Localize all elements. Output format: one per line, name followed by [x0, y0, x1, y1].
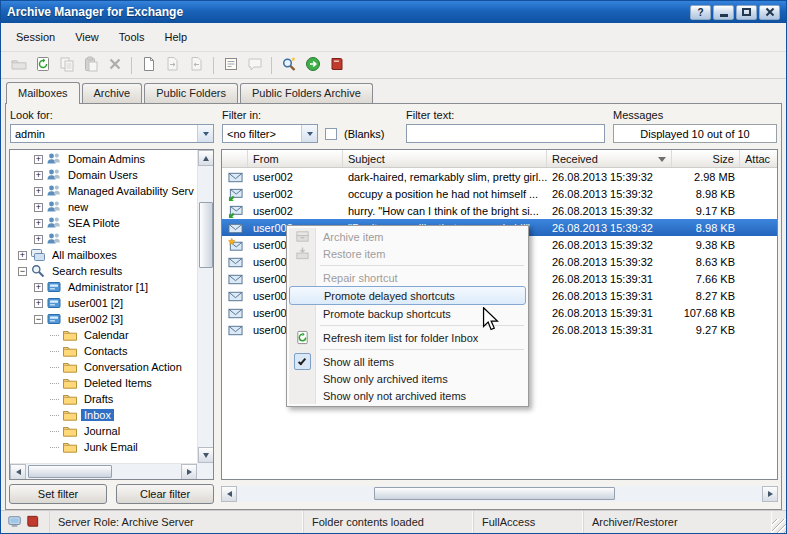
expand-toggle[interactable]: − [18, 267, 27, 276]
menu-item-promote-delayed-shortcuts[interactable]: Promote delayed shortcuts [289, 286, 526, 305]
tree-item-all-mailboxes[interactable]: +All mailboxes [10, 247, 197, 263]
scroll-left-button[interactable] [10, 464, 26, 480]
audit-log-button[interactable] [325, 54, 348, 77]
expand-toggle[interactable]: + [34, 299, 43, 308]
set-filter-button[interactable]: Set filter [9, 484, 107, 504]
expand-toggle[interactable]: + [34, 155, 43, 164]
tree-item-sea-pilote[interactable]: +SEA Pilote [10, 215, 197, 231]
menu-help[interactable]: Help [154, 27, 197, 47]
menu-item-show-only-archived-items[interactable]: Show only archived items [289, 370, 526, 387]
look-for-combobox[interactable]: admin [10, 124, 214, 143]
message-row[interactable]: user002dark-haired, remarkably slim, pre… [222, 168, 777, 185]
menu-tools[interactable]: Tools [109, 27, 155, 47]
refresh-mailboxes-button[interactable] [31, 54, 54, 77]
help-button[interactable]: ? [690, 5, 711, 20]
tree-item-inbox[interactable]: Inbox [10, 407, 197, 423]
message-row[interactable]: user002hurry. "How can I think of the br… [222, 202, 777, 219]
scroll-right-button[interactable] [181, 464, 197, 480]
expand-toggle[interactable]: − [34, 315, 43, 324]
tree-item-contacts[interactable]: Contacts [10, 343, 197, 359]
tree-item-domain-users[interactable]: +Domain Users [10, 167, 197, 183]
tree-item-label: Administrator [1] [65, 281, 151, 293]
restore-selected-button[interactable] [185, 54, 208, 77]
tree-item-user002-3[interactable]: −user002 [3] [10, 311, 197, 327]
tree-item-new[interactable]: +new [10, 199, 197, 215]
menu-item-restore-item[interactable]: Restore item [289, 245, 526, 262]
tree-item-deleted-items[interactable]: Deleted Items [10, 375, 197, 391]
message-row[interactable]: user002occupy a position he had not hims… [222, 185, 777, 202]
tree-hscroll-thumb[interactable] [28, 465, 112, 478]
menu-session[interactable]: Session [6, 27, 65, 47]
column-header-icons[interactable] [222, 150, 248, 167]
column-header-subject[interactable]: Subject [343, 150, 547, 167]
tree-item-search-results[interactable]: −Search results [10, 263, 197, 279]
tree-hscroll-track[interactable] [26, 464, 181, 479]
tab-mailboxes[interactable]: Mailboxes [6, 82, 80, 104]
scroll-down-button[interactable] [198, 447, 214, 463]
tree-item-junk-email[interactable]: Junk Email [10, 439, 197, 455]
archive-selected-button[interactable] [161, 54, 184, 77]
menu-item-show-only-not-archived-items[interactable]: Show only not archived items [289, 387, 526, 404]
folder-tree-panel: +Domain Admins+Domain Users+Managed Avai… [9, 149, 214, 480]
clear-filter-button[interactable]: Clear filter [116, 484, 214, 504]
list-hscroll-thumb[interactable] [374, 487, 616, 500]
minimize-button[interactable] [713, 5, 734, 20]
look-for-dropdown-button[interactable] [197, 125, 213, 142]
list-hscroll-track[interactable] [237, 486, 762, 502]
expand-toggle[interactable]: + [34, 203, 43, 212]
properties-note-button[interactable] [219, 54, 242, 77]
tree-vscroll-thumb[interactable] [199, 202, 213, 268]
tree-item-conversation-action[interactable]: Conversation Action [10, 359, 197, 375]
expand-toggle[interactable]: + [18, 251, 27, 260]
tree-item-calendar[interactable]: Calendar [10, 327, 197, 343]
maximize-button[interactable] [736, 5, 757, 20]
column-header-size[interactable]: Size [672, 150, 740, 167]
expand-toggle[interactable]: + [34, 187, 43, 196]
scroll-left-button[interactable] [221, 486, 237, 502]
tree-item-managed-availability-serv[interactable]: +Managed Availability Serv [10, 183, 197, 199]
column-header-received[interactable]: Received [547, 150, 672, 167]
activate-button[interactable] [301, 54, 324, 77]
tree-item-label: user001 [2] [65, 297, 126, 309]
menu-item-repair-shortcut[interactable]: Repair shortcut [289, 269, 526, 286]
close-button[interactable] [759, 5, 780, 20]
expand-toggle[interactable]: + [34, 219, 43, 228]
new-document-button[interactable] [137, 54, 160, 77]
resize-grip[interactable] [772, 519, 786, 533]
scroll-up-button[interactable] [198, 150, 214, 166]
expand-toggle[interactable]: + [34, 283, 43, 292]
list-horizontal-scrollbar[interactable] [221, 486, 778, 502]
tree-item-test[interactable]: +test [10, 231, 197, 247]
scroll-right-button[interactable] [762, 486, 778, 502]
tree-item-user001-2[interactable]: +user001 [2] [10, 295, 197, 311]
expand-toggle[interactable]: + [34, 235, 43, 244]
filter-in-dropdown-button[interactable] [301, 125, 317, 142]
filter-in-combobox[interactable]: <no filter> [222, 124, 318, 143]
tree-item-administrator-1[interactable]: +Administrator [1] [10, 279, 197, 295]
tab-public-folders[interactable]: Public Folders [144, 83, 238, 103]
filter-text-input[interactable] [406, 124, 605, 143]
delete-button[interactable] [103, 54, 126, 77]
comments-button[interactable] [243, 54, 266, 77]
column-header-attac[interactable]: Attac [740, 150, 777, 167]
menu-item-archive-item[interactable]: Archive item [289, 228, 526, 245]
tree-vertical-scrollbar[interactable] [197, 150, 213, 463]
blanks-checkbox[interactable] [325, 128, 337, 140]
expand-toggle[interactable]: + [34, 171, 43, 180]
tree-item-domain-admins[interactable]: +Domain Admins [10, 151, 197, 167]
title-bar[interactable]: Archive Manager for Exchange ? [1, 1, 786, 23]
tree-horizontal-scrollbar[interactable] [10, 463, 197, 479]
menu-item-show-all-items[interactable]: Show all items [289, 353, 526, 370]
tree-item-drafts[interactable]: Drafts [10, 391, 197, 407]
open-archive-button[interactable] [7, 54, 30, 77]
advanced-search-button[interactable] [277, 54, 300, 77]
paste-button[interactable] [79, 54, 102, 77]
tree-item-journal[interactable]: Journal [10, 423, 197, 439]
folder-icon [62, 439, 78, 455]
column-header-from[interactable]: From [248, 150, 343, 167]
menu-view[interactable]: View [65, 27, 109, 47]
mail-blue-icon [222, 254, 248, 270]
tab-public-folders-archive[interactable]: Public Folders Archive [240, 83, 373, 103]
copy-button[interactable] [55, 54, 78, 77]
tab-archive[interactable]: Archive [82, 83, 143, 103]
